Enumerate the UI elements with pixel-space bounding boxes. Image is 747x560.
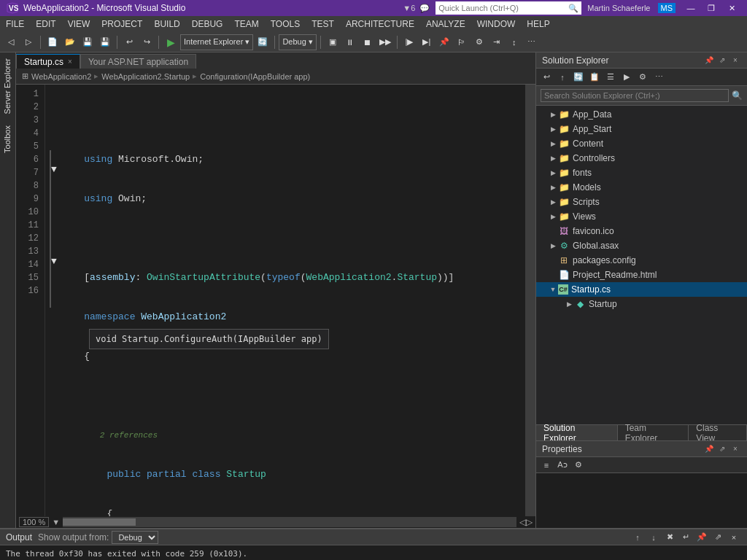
se-toolbar-properties[interactable]: 📋 bbox=[587, 71, 602, 84]
output-up-btn[interactable]: ↑ bbox=[630, 531, 645, 544]
hscroll[interactable] bbox=[63, 517, 516, 527]
se-toolbar-up[interactable]: ↑ bbox=[555, 71, 570, 84]
toolbar-extra12[interactable]: ⋯ bbox=[524, 34, 540, 50]
se-toolbar-filter[interactable]: ▶ bbox=[619, 71, 634, 84]
se-float-btn[interactable]: ⇗ bbox=[716, 55, 728, 66]
menu-architecture[interactable]: ARCHITECTURE bbox=[340, 16, 420, 32]
menu-file[interactable]: FILE bbox=[0, 16, 30, 32]
props-alpha-btn[interactable]: Aↄ bbox=[555, 459, 570, 472]
toolbar-extra8[interactable]: 🏳 bbox=[454, 34, 470, 50]
props-close-btn[interactable]: × bbox=[729, 443, 741, 455]
filepath-namespace[interactable]: WebApplication2.Startup bbox=[101, 72, 190, 81]
menu-debug[interactable]: DEBUG bbox=[186, 16, 229, 32]
close-button[interactable]: ✕ bbox=[722, 1, 741, 15]
expand-fonts[interactable]: ▶ bbox=[548, 168, 558, 178]
toolbar-config-select[interactable]: Debug ▾ bbox=[279, 34, 316, 50]
output-source-select[interactable]: Debug Build Output bbox=[112, 531, 158, 544]
tree-item-content[interactable]: ▶ 📁 Content bbox=[536, 136, 747, 151]
sidebar-toolbox[interactable]: Toolbox bbox=[0, 120, 15, 159]
toolbar-saveall[interactable]: 💾 bbox=[97, 34, 113, 50]
tree-item-controllers[interactable]: ▶ 📁 Controllers bbox=[536, 151, 747, 166]
expand-app-data[interactable]: ▶ bbox=[548, 109, 558, 120]
tree-item-models[interactable]: ▶ 📁 Models bbox=[536, 180, 747, 195]
expand-global[interactable]: ▶ bbox=[548, 241, 558, 251]
se-toolbar-settings[interactable]: ⚙ bbox=[635, 71, 650, 84]
menu-edit[interactable]: EDIT bbox=[30, 16, 61, 32]
se-close-btn[interactable]: × bbox=[729, 55, 741, 66]
tab-startup-cs[interactable]: Startup.cs × bbox=[16, 54, 80, 69]
expand-app-start[interactable]: ▶ bbox=[548, 124, 558, 134]
toolbar-open[interactable]: 📂 bbox=[62, 34, 78, 50]
menu-test[interactable]: TEST bbox=[306, 16, 340, 32]
toolbar-run[interactable]: ▶ bbox=[163, 34, 179, 50]
se-pin-btn[interactable]: 📌 bbox=[703, 55, 715, 66]
zoom-dropdown-icon[interactable]: ▼ bbox=[52, 518, 60, 526]
tree-item-scripts[interactable]: ▶ 📁 Scripts bbox=[536, 195, 747, 209]
tree-item-packages-config[interactable]: ⊞ packages.config bbox=[536, 253, 747, 268]
tree-item-views[interactable]: ▶ 📁 Views bbox=[536, 209, 747, 224]
code-content[interactable]: using Microsoft.Owin; using Owin; [assem… bbox=[55, 85, 525, 516]
tree-item-project-readme[interactable]: 📄 Project_Readme.html bbox=[536, 268, 747, 282]
se-toolbar-refresh[interactable]: 🔄 bbox=[571, 71, 586, 84]
menu-window[interactable]: WINDOW bbox=[471, 16, 522, 32]
output-pin-btn[interactable]: 📌 bbox=[694, 531, 709, 544]
zoom-level[interactable]: 100 % bbox=[19, 517, 49, 527]
toolbar-extra7[interactable]: 📌 bbox=[436, 34, 452, 50]
output-down-btn[interactable]: ↓ bbox=[646, 531, 661, 544]
scroll-left-btn[interactable]: ◁ bbox=[519, 517, 526, 527]
props-pin-btn[interactable]: 📌 bbox=[703, 443, 715, 455]
menu-help[interactable]: HELP bbox=[521, 16, 555, 32]
tree-item-app-data[interactable]: ▶ 📁 App_Data bbox=[536, 107, 747, 122]
tree-item-app-start[interactable]: ▶ 📁 App_Start bbox=[536, 122, 747, 136]
toolbar-extra10[interactable]: ⇥ bbox=[489, 34, 505, 50]
expand-models[interactable]: ▶ bbox=[548, 182, 558, 192]
toolbar-extra3[interactable]: ⏹ bbox=[360, 34, 376, 50]
se-tab-class-view[interactable]: Class View bbox=[689, 425, 747, 440]
output-close-btn[interactable]: × bbox=[727, 531, 741, 544]
tree-item-startup-cs[interactable]: ▼ C# Startup.cs bbox=[536, 282, 747, 297]
toolbar-forward[interactable]: ▷ bbox=[20, 34, 36, 50]
se-toolbar-expand[interactable]: ⋯ bbox=[651, 71, 666, 84]
hscroll-thumb[interactable] bbox=[63, 518, 136, 526]
toolbar-back[interactable]: ◁ bbox=[3, 34, 19, 50]
tab-aspnet-app[interactable]: Your ASP.NET application bbox=[80, 54, 196, 69]
fold-btn-method[interactable]: ▼ bbox=[50, 255, 55, 268]
props-extra-btn[interactable]: ⚙ bbox=[571, 459, 586, 472]
fold-btn-namespace[interactable]: ▼ bbox=[50, 163, 55, 176]
se-tab-solution-explorer[interactable]: Solution Explorer bbox=[536, 425, 618, 440]
output-clear-btn[interactable]: ✖ bbox=[662, 531, 677, 544]
restore-button[interactable]: ❐ bbox=[702, 1, 721, 15]
expand-controllers[interactable]: ▶ bbox=[548, 153, 558, 163]
toolbar-refresh[interactable]: 🔄 bbox=[255, 34, 271, 50]
toolbar-save[interactable]: 💾 bbox=[80, 34, 96, 50]
quick-launch-input[interactable] bbox=[436, 4, 568, 12]
toolbar-extra6[interactable]: ▶| bbox=[419, 34, 435, 50]
expand-views[interactable]: ▶ bbox=[548, 211, 558, 222]
se-tab-team-explorer[interactable]: Team Explorer bbox=[618, 425, 689, 440]
tree-item-global-asax[interactable]: ▶ ⚙ Global.asax bbox=[536, 238, 747, 253]
menu-analyze[interactable]: ANALYZE bbox=[420, 16, 471, 32]
tree-item-fonts[interactable]: ▶ 📁 fonts bbox=[536, 166, 747, 180]
toolbar-undo[interactable]: ↩ bbox=[121, 34, 137, 50]
vscroll[interactable] bbox=[525, 85, 535, 516]
filepath-project[interactable]: WebApplication2 bbox=[31, 72, 91, 81]
se-search-input[interactable] bbox=[541, 89, 729, 102]
toolbar-extra2[interactable]: ⏸ bbox=[342, 34, 358, 50]
menu-project[interactable]: PROJECT bbox=[96, 16, 148, 32]
menu-view[interactable]: VIEW bbox=[62, 16, 96, 32]
se-toolbar-showall[interactable]: ☰ bbox=[603, 71, 618, 84]
se-toolbar-sync[interactable]: ↩ bbox=[539, 71, 554, 84]
props-float-btn[interactable]: ⇗ bbox=[716, 443, 728, 455]
toolbar-extra5[interactable]: |▶ bbox=[401, 34, 417, 50]
expand-startup[interactable]: ▼ bbox=[548, 284, 558, 295]
toolbar-extra11[interactable]: ↕ bbox=[506, 34, 522, 50]
toolbar-extra9[interactable]: ⚙ bbox=[471, 34, 487, 50]
expand-scripts[interactable]: ▶ bbox=[548, 197, 558, 207]
expand-startup-class[interactable]: ▶ bbox=[564, 299, 574, 309]
toolbar-extra4[interactable]: ▶▶ bbox=[377, 34, 393, 50]
tab-close-startup[interactable]: × bbox=[68, 58, 72, 66]
quick-launch-box[interactable]: 🔍 bbox=[436, 1, 581, 15]
menu-team[interactable]: TEAM bbox=[228, 16, 264, 32]
tree-item-startup-class[interactable]: ▶ ◆ Startup bbox=[536, 297, 747, 311]
toolbar-extra1[interactable]: ▣ bbox=[325, 34, 341, 50]
